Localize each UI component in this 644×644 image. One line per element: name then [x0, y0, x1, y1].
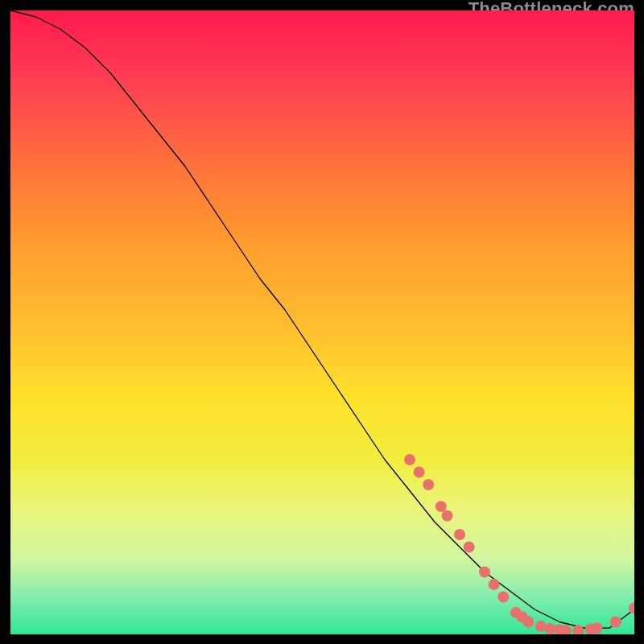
- dot: [442, 510, 453, 522]
- dot: [414, 467, 425, 478]
- chart-plot-area: [10, 10, 634, 634]
- chart-stage: TheBottleneck.com: [0, 0, 644, 644]
- dot: [423, 479, 434, 490]
- dot: [454, 529, 465, 540]
- dot: [497, 592, 509, 603]
- dot: [479, 567, 490, 578]
- dot-series: [404, 454, 634, 634]
- dot: [629, 602, 634, 613]
- dot: [572, 625, 584, 634]
- dot: [610, 617, 621, 628]
- dot: [522, 617, 534, 628]
- dot: [489, 579, 500, 590]
- curve-line: [10, 10, 634, 628]
- dot: [592, 622, 603, 634]
- chart-svg: [10, 10, 634, 634]
- dot: [464, 542, 475, 553]
- dot: [436, 501, 447, 512]
- dot: [404, 454, 415, 465]
